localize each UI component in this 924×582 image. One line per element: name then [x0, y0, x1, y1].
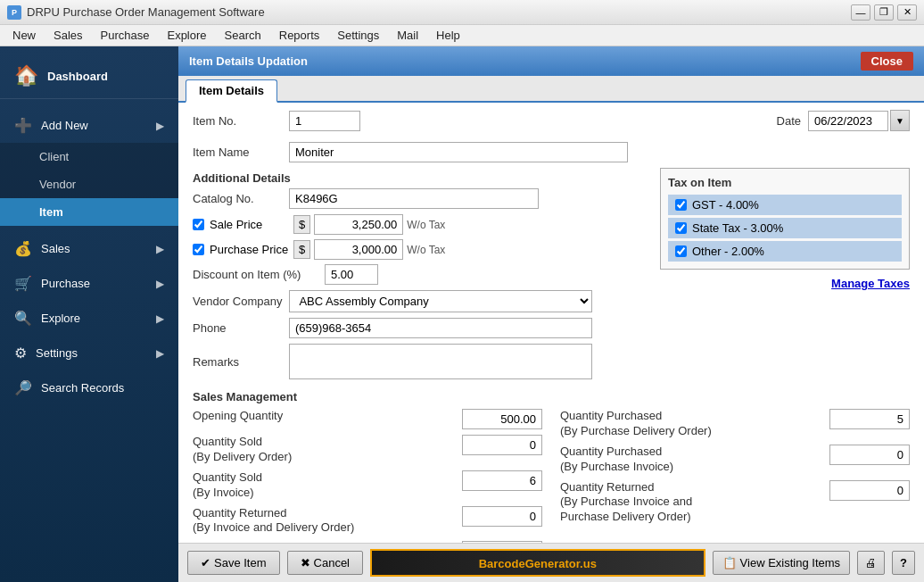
sidebar-item-search-records[interactable]: 🔎 Search Records: [0, 370, 178, 405]
sidebar-explore-label: Explore: [41, 312, 80, 325]
qty-sold-invoice-input[interactable]: [462, 470, 542, 491]
print-button[interactable]: 🖨: [857, 551, 885, 575]
qty-returned-purchase-input[interactable]: [829, 480, 910, 501]
date-picker-button[interactable]: ▼: [890, 110, 910, 131]
sidebar-item-addnew[interactable]: ➕ Add New ▶: [0, 108, 178, 143]
sidebar-item-sales[interactable]: 💰 Sales ▶: [0, 231, 178, 266]
qty-sold-delivery-row: Quantity Sold(By Delivery Order): [193, 435, 542, 465]
state-tax-label: State Tax - 3.00%: [692, 221, 783, 235]
additional-details-header: Additional Details: [193, 171, 642, 185]
settings-arrow-icon: ▶: [156, 347, 164, 360]
sidebar-item-vendor[interactable]: Vendor: [0, 170, 178, 198]
qty-sold-delivery-input[interactable]: [462, 435, 542, 455]
main-layout: 🏠 Dashboard ➕ Add New ▶ Client Vendor It…: [0, 46, 924, 582]
opening-qty-row: Opening Quantity: [193, 409, 542, 429]
minimize-button[interactable]: —: [851, 4, 870, 21]
qty-returned-input[interactable]: [462, 506, 542, 527]
manage-taxes-link[interactable]: Manage Taxes: [660, 277, 910, 290]
menu-settings[interactable]: Settings: [328, 27, 388, 44]
sidebar-item-client[interactable]: Client: [0, 143, 178, 170]
qty-returned-row: Quantity Returned(By Invoice and Deliver…: [193, 506, 542, 536]
purchase-price-input[interactable]: [314, 239, 403, 260]
cancel-button[interactable]: ✖ Cancel: [287, 551, 363, 575]
save-label: Save Item: [214, 556, 267, 570]
item-name-input[interactable]: [289, 142, 628, 162]
help-button[interactable]: ?: [892, 551, 915, 575]
sidebar-sales-label: Sales: [41, 242, 70, 255]
title-bar: P DRPU Purchase Order Management Softwar…: [0, 0, 924, 25]
date-row: Date ▼: [777, 110, 910, 131]
state-tax-checkbox[interactable]: [675, 222, 687, 234]
menu-reports[interactable]: Reports: [270, 27, 329, 44]
purchase-price-wotax: W/o Tax: [407, 244, 445, 256]
sale-price-input[interactable]: [314, 214, 403, 235]
menu-purchase[interactable]: Purchase: [92, 27, 159, 44]
other-tax-checkbox[interactable]: [675, 245, 687, 257]
tab-item-details[interactable]: Item Details: [186, 79, 277, 103]
menu-new[interactable]: New: [4, 27, 45, 44]
sidebar-section-addnew: ➕ Add New ▶ Client Vendor Item: [0, 103, 178, 231]
sidebar-item-item[interactable]: Item: [0, 198, 178, 226]
remarks-label: Remarks: [193, 355, 282, 369]
view-existing-items-button[interactable]: 📋 View Existing Items: [713, 551, 850, 575]
menu-help[interactable]: Help: [427, 27, 469, 44]
dialog-tabs: Item Details: [178, 76, 924, 103]
discount-label: Discount on Item (%): [193, 268, 318, 281]
tax-item-other[interactable]: Other - 2.00%: [668, 241, 902, 262]
sidebar-item-explore[interactable]: 🔍 Explore ▶: [0, 301, 178, 336]
discount-input[interactable]: [325, 264, 378, 285]
right-column: Tax on Item GST - 4.00% State Tax - 3.00…: [660, 168, 910, 385]
opening-qty-input[interactable]: [462, 409, 542, 429]
other-tax-label: Other - 2.00%: [692, 245, 764, 258]
maximize-button[interactable]: ❐: [874, 4, 894, 21]
qty-returned-purchase-row: Quantity Returned(By Purchase Invoice an…: [560, 480, 910, 526]
purchase-price-row: Purchase Price $ W/o Tax: [193, 239, 642, 260]
dialog-title-bar: Item Details Updation Close: [178, 46, 924, 76]
remarks-row: Remarks: [193, 344, 642, 379]
tax-item-state[interactable]: State Tax - 3.00%: [668, 218, 902, 238]
date-input[interactable]: [808, 111, 888, 131]
view-items-label: View Existing Items: [740, 556, 840, 570]
tax-section: Tax on Item GST - 4.00% State Tax - 3.00…: [660, 168, 910, 270]
sales-management-section: Sales Management Opening Quantity Quanti…: [193, 390, 910, 543]
addnew-arrow-icon: ▶: [156, 120, 164, 132]
qty-purchased-invoice-input[interactable]: [829, 445, 910, 465]
catalog-input[interactable]: [289, 188, 539, 209]
sales-left: Opening Quantity Quantity Sold(By Delive…: [193, 409, 542, 543]
gst-checkbox[interactable]: [675, 199, 687, 211]
item-no-input[interactable]: [289, 111, 360, 131]
menu-bar: New Sales Purchase Explore Search Report…: [0, 25, 924, 46]
opening-qty-label: Opening Quantity: [193, 409, 455, 424]
vendor-company-select[interactable]: ABC Assembly Company: [289, 290, 592, 312]
sale-price-checkbox[interactable]: [193, 219, 204, 230]
purchase-price-label: Purchase Price: [210, 243, 290, 256]
tax-item-gst[interactable]: GST - 4.00%: [668, 195, 902, 215]
phone-input[interactable]: [289, 318, 592, 338]
sidebar-dashboard[interactable]: 🏠 Dashboard: [0, 54, 178, 99]
sidebar-purchase-label: Purchase: [41, 277, 90, 290]
dialog-close-button[interactable]: Close: [861, 52, 913, 71]
purchase-price-checkbox[interactable]: [193, 244, 204, 255]
menu-search[interactable]: Search: [216, 27, 270, 44]
menu-mail[interactable]: Mail: [388, 27, 427, 44]
date-label: Date: [777, 114, 801, 128]
qty-purchased-invoice-label: Quantity Purchased(By Purchase Invoice): [560, 445, 822, 475]
dashboard-label: Dashboard: [47, 70, 108, 83]
sidebar-item-settings[interactable]: ⚙ Settings ▶: [0, 336, 178, 370]
addnew-icon: ➕: [14, 117, 32, 134]
qty-purchased-delivery-input[interactable]: [829, 409, 910, 429]
phone-row: Phone: [193, 318, 642, 338]
save-button[interactable]: ✔ Save Item: [187, 551, 280, 575]
window-close-button[interactable]: ✕: [897, 4, 917, 21]
sales-grid: Opening Quantity Quantity Sold(By Delive…: [193, 409, 910, 543]
dialog: Item Details Updation Close Item Details…: [178, 46, 924, 582]
menu-sales[interactable]: Sales: [45, 27, 92, 44]
sales-right: Quantity Purchased(By Purchase Delivery …: [560, 409, 910, 543]
dialog-footer: ✔ Save Item ✖ Cancel BarcodeGenerator.us…: [178, 543, 924, 582]
sale-price-label: Sale Price: [210, 218, 290, 231]
sidebar-item-purchase[interactable]: 🛒 Purchase ▶: [0, 266, 178, 301]
menu-explore[interactable]: Explore: [158, 27, 215, 44]
left-column: Additional Details Catalog No. Sale Pric…: [193, 168, 642, 385]
remarks-textarea[interactable]: [289, 344, 592, 379]
sidebar-sub-items-addnew: Client Vendor Item: [0, 143, 178, 226]
